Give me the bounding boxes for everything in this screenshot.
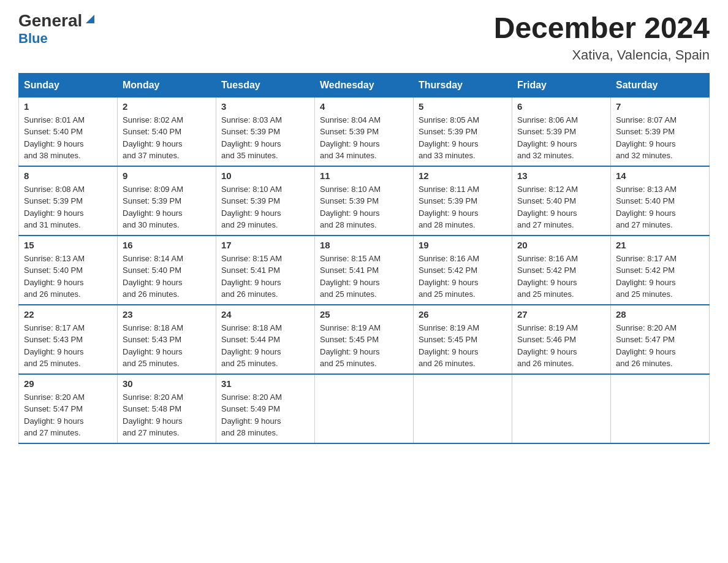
table-row: 26 Sunrise: 8:19 AM Sunset: 5:45 PM Dayl…: [414, 305, 512, 374]
daylight-minutes: and 37 minutes.: [123, 151, 180, 160]
daylight-label: Daylight: 9 hours: [517, 347, 577, 356]
logo-blue-text: Blue: [18, 31, 48, 47]
daylight-minutes: and 26 minutes.: [221, 289, 278, 299]
day-number: 10: [221, 170, 309, 181]
day-number: 20: [517, 240, 605, 250]
daylight-minutes: and 25 minutes.: [320, 359, 377, 368]
sunrise-label: Sunrise: 8:19 AM: [517, 323, 578, 332]
sunset-label: Sunset: 5:41 PM: [221, 266, 280, 275]
daylight-minutes: and 35 minutes.: [221, 151, 278, 160]
col-sunday: Sunday: [19, 73, 118, 97]
table-row: [414, 374, 512, 443]
table-row: 20 Sunrise: 8:16 AM Sunset: 5:42 PM Dayl…: [512, 236, 611, 305]
day-info: Sunrise: 8:18 AM Sunset: 5:43 PM Dayligh…: [123, 322, 211, 370]
sunrise-label: Sunrise: 8:19 AM: [320, 323, 381, 332]
sunset-label: Sunset: 5:46 PM: [517, 335, 576, 344]
day-info: Sunrise: 8:03 AM Sunset: 5:39 PM Dayligh…: [221, 114, 309, 162]
table-row: 12 Sunrise: 8:11 AM Sunset: 5:39 PM Dayl…: [414, 166, 512, 236]
day-info: Sunrise: 8:04 AM Sunset: 5:39 PM Dayligh…: [320, 114, 408, 162]
sunset-label: Sunset: 5:45 PM: [320, 335, 379, 344]
sunrise-label: Sunrise: 8:03 AM: [221, 115, 282, 124]
daylight-label: Daylight: 9 hours: [24, 209, 84, 218]
table-row: 10 Sunrise: 8:10 AM Sunset: 5:39 PM Dayl…: [216, 166, 315, 236]
day-info: Sunrise: 8:19 AM Sunset: 5:45 PM Dayligh…: [320, 322, 408, 370]
daylight-label: Daylight: 9 hours: [419, 209, 479, 218]
sunset-label: Sunset: 5:39 PM: [221, 127, 280, 136]
table-row: 29 Sunrise: 8:20 AM Sunset: 5:47 PM Dayl…: [19, 374, 118, 443]
daylight-label: Daylight: 9 hours: [320, 139, 380, 148]
sunrise-label: Sunrise: 8:11 AM: [419, 185, 479, 194]
daylight-label: Daylight: 9 hours: [419, 139, 479, 148]
table-row: 28 Sunrise: 8:20 AM Sunset: 5:47 PM Dayl…: [611, 305, 710, 374]
day-info: Sunrise: 8:15 AM Sunset: 5:41 PM Dayligh…: [221, 253, 309, 301]
col-friday: Friday: [512, 73, 611, 97]
sunset-label: Sunset: 5:42 PM: [517, 266, 576, 275]
sunset-label: Sunset: 5:39 PM: [221, 196, 280, 205]
day-number: 26: [419, 309, 507, 320]
day-number: 22: [24, 309, 112, 320]
daylight-minutes: and 32 minutes.: [517, 151, 574, 160]
day-info: Sunrise: 8:07 AM Sunset: 5:39 PM Dayligh…: [616, 114, 704, 162]
calendar-week-row: 1 Sunrise: 8:01 AM Sunset: 5:40 PM Dayli…: [19, 97, 710, 166]
svg-marker-0: [86, 15, 94, 23]
day-number: 12: [419, 170, 507, 181]
sunset-label: Sunset: 5:40 PM: [24, 266, 83, 275]
calendar-body: 1 Sunrise: 8:01 AM Sunset: 5:40 PM Dayli…: [19, 97, 710, 443]
sunset-label: Sunset: 5:39 PM: [24, 196, 83, 205]
daylight-label: Daylight: 9 hours: [123, 278, 183, 287]
day-number: 5: [419, 101, 507, 112]
table-row: 6 Sunrise: 8:06 AM Sunset: 5:39 PM Dayli…: [512, 97, 611, 166]
day-info: Sunrise: 8:13 AM Sunset: 5:40 PM Dayligh…: [616, 183, 704, 231]
logo: General Blue: [18, 12, 97, 47]
sunset-label: Sunset: 5:39 PM: [616, 127, 675, 136]
table-row: 7 Sunrise: 8:07 AM Sunset: 5:39 PM Dayli…: [611, 97, 710, 166]
day-number: 30: [123, 378, 211, 389]
sunrise-label: Sunrise: 8:13 AM: [616, 185, 677, 194]
day-info: Sunrise: 8:01 AM Sunset: 5:40 PM Dayligh…: [24, 114, 112, 162]
daylight-label: Daylight: 9 hours: [24, 416, 84, 426]
daylight-minutes: and 27 minutes.: [123, 428, 180, 437]
table-row: 24 Sunrise: 8:18 AM Sunset: 5:44 PM Dayl…: [216, 305, 315, 374]
sunset-label: Sunset: 5:40 PM: [123, 127, 181, 136]
day-number: 28: [616, 309, 704, 320]
calendar-header: Sunday Monday Tuesday Wednesday Thursday…: [19, 73, 710, 97]
page-header: General Blue December 2024 Xativa, Valen…: [18, 12, 710, 63]
sunrise-label: Sunrise: 8:10 AM: [221, 185, 282, 194]
day-info: Sunrise: 8:16 AM Sunset: 5:42 PM Dayligh…: [517, 253, 605, 301]
daylight-minutes: and 28 minutes.: [221, 428, 278, 437]
sunset-label: Sunset: 5:39 PM: [123, 196, 181, 205]
logo-general-text: General: [18, 12, 82, 29]
table-row: 2 Sunrise: 8:02 AM Sunset: 5:40 PM Dayli…: [118, 97, 216, 166]
daylight-minutes: and 25 minutes.: [320, 289, 377, 299]
table-row: 27 Sunrise: 8:19 AM Sunset: 5:46 PM Dayl…: [512, 305, 611, 374]
sunrise-label: Sunrise: 8:02 AM: [123, 115, 183, 124]
calendar-table: Sunday Monday Tuesday Wednesday Thursday…: [18, 73, 710, 444]
daylight-label: Daylight: 9 hours: [221, 278, 281, 287]
table-row: [315, 374, 414, 443]
table-row: 8 Sunrise: 8:08 AM Sunset: 5:39 PM Dayli…: [19, 166, 118, 236]
day-number: 23: [123, 309, 211, 320]
table-row: [611, 374, 710, 443]
table-row: 4 Sunrise: 8:04 AM Sunset: 5:39 PM Dayli…: [315, 97, 414, 166]
table-row: 5 Sunrise: 8:05 AM Sunset: 5:39 PM Dayli…: [414, 97, 512, 166]
col-wednesday: Wednesday: [315, 73, 414, 97]
sunset-label: Sunset: 5:43 PM: [123, 335, 181, 344]
day-info: Sunrise: 8:10 AM Sunset: 5:39 PM Dayligh…: [320, 183, 408, 231]
daylight-label: Daylight: 9 hours: [616, 139, 676, 148]
day-number: 11: [320, 170, 408, 181]
sunset-label: Sunset: 5:39 PM: [320, 196, 379, 205]
day-info: Sunrise: 8:20 AM Sunset: 5:49 PM Dayligh…: [221, 391, 309, 439]
day-number: 19: [419, 240, 507, 250]
sunset-label: Sunset: 5:39 PM: [419, 127, 477, 136]
table-row: 23 Sunrise: 8:18 AM Sunset: 5:43 PM Dayl…: [118, 305, 216, 374]
daylight-label: Daylight: 9 hours: [221, 416, 281, 426]
sunrise-label: Sunrise: 8:20 AM: [616, 323, 677, 332]
day-info: Sunrise: 8:10 AM Sunset: 5:39 PM Dayligh…: [221, 183, 309, 231]
table-row: 16 Sunrise: 8:14 AM Sunset: 5:40 PM Dayl…: [118, 236, 216, 305]
day-number: 25: [320, 309, 408, 320]
daylight-minutes: and 34 minutes.: [320, 151, 377, 160]
sunset-label: Sunset: 5:42 PM: [616, 266, 675, 275]
table-row: 17 Sunrise: 8:15 AM Sunset: 5:41 PM Dayl…: [216, 236, 315, 305]
sunset-label: Sunset: 5:48 PM: [123, 404, 181, 413]
sunset-label: Sunset: 5:40 PM: [123, 266, 181, 275]
